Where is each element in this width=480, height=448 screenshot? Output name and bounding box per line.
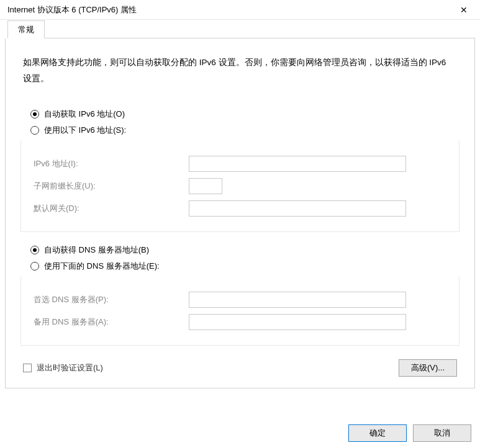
ok-button[interactable]: 确定 — [348, 424, 407, 442]
label-preferred-dns: 首选 DNS 服务器(P): — [34, 294, 189, 305]
bottom-row: 退出时验证设置(L) 高级(V)... — [23, 359, 457, 377]
input-default-gateway — [189, 200, 406, 217]
input-ipv6-address — [189, 156, 406, 172]
label-ipv6-address: IPv6 地址(I): — [34, 158, 189, 169]
dialog-buttons: 确定 取消 — [348, 424, 471, 442]
radio-auto-dns-label: 自动获得 DNS 服务器地址(B) — [44, 244, 149, 256]
radio-auto-ipv6-label: 自动获取 IPv6 地址(O) — [44, 109, 125, 120]
radio-manual-dns-label: 使用下面的 DNS 服务器地址(E): — [44, 261, 160, 272]
label-default-gateway: 默认网关(D): — [34, 203, 189, 214]
window-title: Internet 协议版本 6 (TCP/IPv6) 属性 — [7, 4, 137, 16]
checkbox-icon — [23, 364, 32, 372]
ok-button-label: 确定 — [369, 428, 386, 439]
label-alternate-dns: 备用 DNS 服务器(A): — [34, 316, 189, 328]
radio-auto-ipv6[interactable]: 自动获取 IPv6 地址(O) — [30, 109, 461, 120]
input-preferred-dns — [189, 292, 406, 308]
row-default-gateway: 默认网关(D): — [34, 200, 446, 217]
dns-fields-group: 首选 DNS 服务器(P): 备用 DNS 服务器(A): — [20, 277, 460, 346]
input-alternate-dns — [189, 314, 406, 330]
dialog-content: 常规 如果网络支持此功能，则可以自动获取分配的 IPv6 设置。否则，你需要向网… — [5, 20, 475, 417]
row-prefix-length: 子网前缀长度(U): — [34, 178, 446, 194]
checkbox-validate-on-exit[interactable]: 退出时验证设置(L) — [23, 362, 103, 374]
cancel-button-label: 取消 — [434, 428, 450, 439]
input-prefix-length — [189, 178, 222, 194]
label-prefix-length: 子网前缀长度(U): — [34, 181, 189, 192]
row-alternate-dns: 备用 DNS 服务器(A): — [34, 314, 446, 330]
advanced-button[interactable]: 高级(V)... — [399, 359, 457, 377]
tabpage-general: 如果网络支持此功能，则可以自动获取分配的 IPv6 设置。否则，你需要向网络管理… — [5, 38, 475, 388]
tabstrip: 常规 — [7, 20, 475, 38]
cancel-button[interactable]: 取消 — [413, 424, 471, 442]
checkbox-validate-label: 退出时验证设置(L) — [37, 362, 103, 374]
radio-icon — [30, 246, 39, 254]
tab-general[interactable]: 常规 — [7, 20, 45, 38]
close-icon[interactable]: ✕ — [453, 2, 475, 18]
radio-manual-ipv6-label: 使用以下 IPv6 地址(S): — [44, 125, 126, 136]
description-text: 如果网络支持此功能，则可以自动获取分配的 IPv6 设置。否则，你需要向网络管理… — [23, 55, 457, 86]
radio-icon — [30, 262, 39, 271]
radio-icon — [30, 110, 39, 119]
tab-general-label: 常规 — [18, 25, 34, 34]
radio-manual-dns[interactable]: 使用下面的 DNS 服务器地址(E): — [30, 261, 461, 272]
advanced-button-label: 高级(V)... — [411, 362, 445, 374]
titlebar: Internet 协议版本 6 (TCP/IPv6) 属性 ✕ — [0, 0, 480, 20]
radio-manual-ipv6[interactable]: 使用以下 IPv6 地址(S): — [30, 125, 461, 136]
ipv6-fields-group: IPv6 地址(I): 子网前缀长度(U): 默认网关(D): — [20, 141, 460, 232]
row-preferred-dns: 首选 DNS 服务器(P): — [34, 292, 446, 308]
radio-auto-dns[interactable]: 自动获得 DNS 服务器地址(B) — [30, 244, 461, 256]
radio-icon — [30, 126, 39, 135]
row-ipv6-address: IPv6 地址(I): — [34, 156, 446, 172]
